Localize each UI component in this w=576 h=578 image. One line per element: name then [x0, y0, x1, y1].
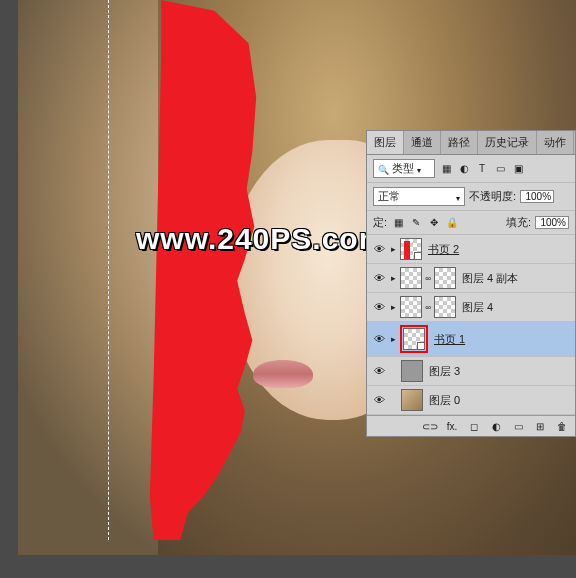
link-icon: ∞	[424, 274, 432, 283]
new-layer-icon[interactable]: ⊞	[533, 420, 547, 432]
layer-thumbnail[interactable]	[400, 267, 422, 289]
filter-row: 类型 ▦ ◐ T ▭ ▣	[367, 155, 575, 183]
visibility-toggle[interactable]: 👁	[371, 365, 387, 377]
tutorial-highlight	[400, 325, 428, 353]
visibility-toggle[interactable]: 👁	[371, 243, 387, 255]
link-icon: ∞	[424, 303, 432, 312]
lock-label: 定:	[373, 215, 387, 230]
layer-row[interactable]: 👁 ▸ 书页 2	[367, 235, 575, 264]
layer-row[interactable]: 👁 ▸ ∞ 图层 4	[367, 293, 575, 322]
layer-thumbnail[interactable]	[401, 360, 423, 382]
expand-arrow-icon[interactable]: ▸	[391, 273, 396, 283]
layer-name[interactable]: 图层 4 副本	[460, 271, 518, 286]
link-layers-icon[interactable]: ⊂⊃	[423, 420, 437, 432]
expand-arrow-icon[interactable]: ▸	[391, 334, 396, 344]
chevron-down-icon	[456, 191, 460, 203]
blend-mode-dropdown[interactable]: 正常	[373, 187, 465, 206]
search-icon	[378, 163, 389, 175]
layers-panel: 图层 通道 路径 历史记录 动作 类型 ▦ ◐ T ▭ ▣ 正常 不透明度: 1…	[366, 130, 576, 437]
mask-thumbnail[interactable]	[434, 296, 456, 318]
layer-thumbnails: ∞	[400, 267, 456, 289]
lock-transparent-icon[interactable]: ▦	[391, 216, 405, 230]
layer-thumbnails	[401, 389, 423, 411]
lock-row: 定: ▦ ✎ ✥ 🔒 填充: 100%	[367, 211, 575, 235]
layers-list: 👁 ▸ 书页 2 👁 ▸ ∞ 图层 4 副本 👁 ▸ ∞	[367, 235, 575, 415]
visibility-toggle[interactable]: 👁	[371, 301, 387, 313]
chevron-down-icon	[417, 163, 421, 175]
group-icon[interactable]: ▭	[511, 420, 525, 432]
layer-thumbnail[interactable]	[403, 328, 425, 350]
layer-row[interactable]: 👁 图层 0	[367, 386, 575, 415]
filter-pixel-icon[interactable]: ▦	[439, 162, 453, 176]
visibility-toggle[interactable]: 👁	[371, 333, 387, 345]
layer-thumbnail[interactable]	[400, 238, 422, 260]
expand-arrow-icon[interactable]: ▸	[391, 244, 396, 254]
layer-thumbnails	[400, 325, 428, 353]
layer-name[interactable]: 图层 4	[460, 300, 493, 315]
layer-thumbnail[interactable]	[401, 389, 423, 411]
tab-layers[interactable]: 图层	[367, 131, 404, 154]
layer-name[interactable]: 图层 3	[427, 364, 460, 379]
opacity-value[interactable]: 100%	[520, 190, 554, 203]
opacity-label: 不透明度:	[469, 189, 516, 204]
layer-thumbnail[interactable]	[400, 296, 422, 318]
filter-text-icon[interactable]: T	[475, 162, 489, 176]
filter-type-dropdown[interactable]: 类型	[373, 159, 435, 178]
blend-mode-value: 正常	[378, 189, 400, 204]
panel-footer: ⊂⊃ fx. ◻ ◐ ▭ ⊞ 🗑	[367, 415, 575, 436]
fill-value[interactable]: 100%	[535, 216, 569, 229]
layer-row[interactable]: 👁 ▸ 书页 1	[367, 322, 575, 357]
layer-name[interactable]: 书页 1	[432, 332, 465, 347]
tab-actions[interactable]: 动作	[537, 131, 574, 154]
watermark-text: www.240PS.com	[136, 222, 386, 256]
expand-arrow-icon[interactable]: ▸	[391, 302, 396, 312]
mask-thumbnail[interactable]	[434, 267, 456, 289]
filter-label: 类型	[392, 161, 414, 176]
layer-row[interactable]: 👁 ▸ ∞ 图层 4 副本	[367, 264, 575, 293]
tab-history[interactable]: 历史记录	[478, 131, 537, 154]
filter-adjust-icon[interactable]: ◐	[457, 162, 471, 176]
filter-shape-icon[interactable]: ▭	[493, 162, 507, 176]
fx-icon[interactable]: fx.	[445, 420, 459, 432]
fill-label: 填充:	[506, 215, 531, 230]
visibility-toggle[interactable]: 👁	[371, 394, 387, 406]
filter-smart-icon[interactable]: ▣	[511, 162, 525, 176]
lips-region	[253, 360, 313, 388]
visibility-toggle[interactable]: 👁	[371, 272, 387, 284]
tab-channels[interactable]: 通道	[404, 131, 441, 154]
layer-thumbnails	[401, 360, 423, 382]
adjustment-icon[interactable]: ◐	[489, 420, 503, 432]
tab-paths[interactable]: 路径	[441, 131, 478, 154]
blend-row: 正常 不透明度: 100%	[367, 183, 575, 211]
panel-tabs: 图层 通道 路径 历史记录 动作	[367, 131, 575, 155]
lock-all-icon[interactable]: 🔒	[445, 216, 459, 230]
mask-icon[interactable]: ◻	[467, 420, 481, 432]
trash-icon[interactable]: 🗑	[555, 420, 569, 432]
layer-name[interactable]: 书页 2	[426, 242, 459, 257]
lock-pixels-icon[interactable]: ✎	[409, 216, 423, 230]
lock-position-icon[interactable]: ✥	[427, 216, 441, 230]
layer-name[interactable]: 图层 0	[427, 393, 460, 408]
layer-thumbnails	[400, 238, 422, 260]
layer-thumbnails: ∞	[400, 296, 456, 318]
layer-row[interactable]: 👁 图层 3	[367, 357, 575, 386]
